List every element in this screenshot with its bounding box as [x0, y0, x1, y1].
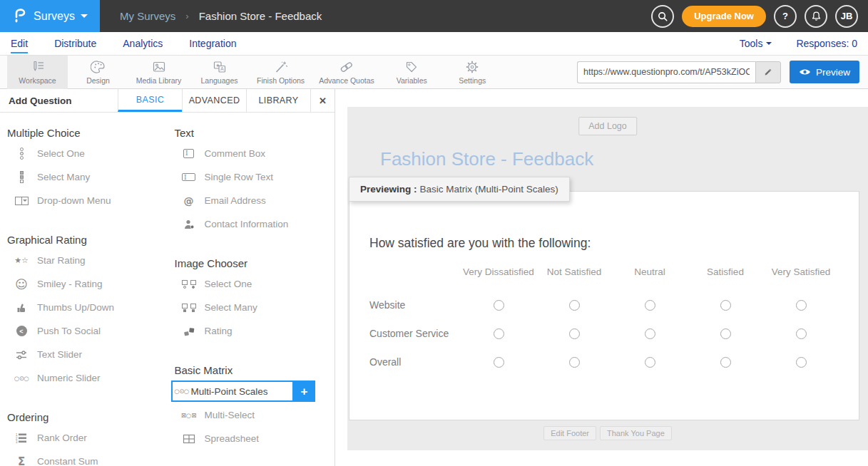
tab-edit[interactable]: Edit [11, 33, 28, 53]
edit-footer-button[interactable]: Edit Footer [543, 426, 596, 440]
tab-integration[interactable]: Integration [189, 33, 236, 53]
at-sign-icon [181, 195, 197, 207]
product-name: Surveys [34, 10, 75, 23]
survey-url-group [577, 61, 781, 83]
matrix-radio[interactable] [569, 357, 580, 368]
translate-icon: ★ A [212, 60, 228, 74]
toolbar-settings[interactable]: Settings [442, 56, 503, 89]
user-avatar[interactable]: JB [835, 5, 858, 28]
languages-label: Languages [201, 76, 238, 85]
qtype-single-row-text[interactable]: Single Row Text [168, 165, 335, 189]
matrix-radio[interactable] [645, 328, 655, 339]
thank-you-page-button[interactable]: Thank You Page [600, 426, 672, 440]
qtype-contact-information[interactable]: Contact Information [168, 212, 335, 236]
add-multi-point-scales-button[interactable]: + [294, 380, 315, 402]
toolbar-finish-options[interactable]: Finish Options [250, 56, 312, 89]
section-basic-matrix: Basic Matrix [175, 364, 335, 376]
qtype-thumbs-up-down[interactable]: Thumbs Up/Down [0, 296, 168, 319]
qtype-dropdown-menu[interactable]: Drop-down Menu [0, 189, 168, 212]
qtype-rank-order[interactable]: 123 Rank Order [0, 426, 168, 450]
toolbar-languages[interactable]: ★ A Languages [189, 56, 250, 89]
qtype-email-address[interactable]: Email Address [168, 189, 335, 212]
topbar-actions: Upgrade Now ? JB [651, 5, 868, 28]
breadcrumb-current-survey: Fashion Store - Feedback [199, 10, 322, 22]
matrix-radio[interactable] [494, 357, 504, 368]
thumbs-up-icon [14, 302, 29, 314]
add-logo-button[interactable]: Add Logo [578, 117, 637, 135]
qtype-multi-point-scales-selected[interactable]: Multi-Point Scales + [168, 379, 335, 403]
qtype-spreadsheet[interactable]: Spreadsheet [168, 427, 335, 450]
matrix-radio[interactable] [720, 357, 731, 368]
toolbar-variables[interactable]: Variables [382, 56, 442, 89]
comment-box-icon [181, 149, 197, 158]
tab-analytics[interactable]: Analytics [123, 33, 163, 53]
matrix-radio[interactable] [645, 300, 655, 311]
preview-button[interactable]: Preview [790, 61, 859, 83]
matrix-radio[interactable] [796, 300, 807, 311]
qtype-star-rating[interactable]: Star Rating [0, 249, 168, 272]
edit-url-button[interactable] [755, 61, 781, 83]
product-menu[interactable]: Surveys [0, 0, 100, 32]
toolbar-advance-quotas[interactable]: Advance Quotas [312, 56, 382, 89]
tab-advanced[interactable]: ADVANCED [182, 89, 246, 112]
qtype-image-select-one[interactable]: Select One [168, 272, 335, 296]
matrix-radio[interactable] [494, 328, 504, 339]
qtype-select-many[interactable]: Select Many [0, 165, 168, 189]
breadcrumb-separator-icon: › [185, 11, 188, 21]
matrix-radio[interactable] [645, 357, 655, 368]
matrix-radio[interactable] [720, 300, 731, 311]
qtype-comment-box[interactable]: Comment Box [168, 142, 335, 165]
notifications-button[interactable] [805, 5, 827, 28]
section-text: Text [175, 127, 335, 139]
tools-dropdown[interactable]: Tools [740, 38, 772, 49]
matrix-radio[interactable] [569, 328, 580, 339]
qtype-multi-select[interactable]: Multi-Select [168, 403, 335, 427]
image-icon [151, 60, 167, 74]
matrix-radio[interactable] [796, 357, 807, 368]
qtype-smiley-rating[interactable]: Smiley - Rating [0, 272, 168, 296]
tab-basic[interactable]: BASIC [118, 89, 182, 112]
questionpro-logo-icon [12, 6, 28, 26]
toolbar-design[interactable]: Design [68, 56, 128, 89]
matrix-radio[interactable] [796, 328, 807, 339]
tab-library[interactable]: LIBRARY [246, 89, 310, 112]
breadcrumb-my-surveys[interactable]: My Surveys [120, 10, 175, 22]
image-select-many-icon [181, 304, 197, 312]
svg-text:A: A [220, 66, 224, 71]
matrix-radio[interactable] [720, 328, 731, 339]
search-button[interactable] [651, 5, 674, 28]
toolbar-media-library[interactable]: Media Library [128, 56, 189, 89]
media-library-label: Media Library [136, 76, 182, 85]
magic-wand-icon [273, 60, 289, 74]
numeric-slider-icon [14, 375, 29, 382]
tools-label: Tools [740, 38, 763, 49]
toolbar-workspace[interactable]: Workspace [7, 56, 68, 89]
responses-count[interactable]: Responses: 0 [796, 38, 857, 49]
qtype-numeric-slider[interactable]: Numeric Slider [0, 366, 168, 390]
matrix-radio[interactable] [569, 300, 580, 311]
pencil-icon [763, 67, 773, 77]
survey-url-input[interactable] [577, 61, 755, 83]
question-preview-card: How satisfied are you with the following… [349, 191, 859, 420]
multi-point-scales-icon [173, 388, 191, 395]
close-panel-button[interactable]: ✕ [310, 89, 335, 112]
design-label: Design [86, 76, 110, 85]
qtype-image-rating[interactable]: Rating [168, 319, 335, 343]
smiley-icon [14, 277, 29, 291]
upgrade-now-button[interactable]: Upgrade Now [682, 6, 766, 27]
help-button[interactable]: ? [774, 5, 797, 28]
finish-options-label: Finish Options [257, 76, 305, 85]
qtype-constant-sum[interactable]: Constant Sum [0, 450, 168, 466]
qtype-select-one[interactable]: Select One [0, 142, 168, 165]
qtype-push-to-social[interactable]: Push To Social [0, 319, 168, 343]
text-slider-icon [14, 349, 29, 361]
chain-link-icon [338, 60, 355, 74]
qtype-image-select-many[interactable]: Select Many [168, 296, 335, 319]
matrix-question-text: How satisfied are you with the following… [369, 236, 839, 251]
multi-select-icon [181, 412, 197, 419]
qtype-text-slider[interactable]: Text Slider [0, 343, 168, 366]
matrix-radio[interactable] [494, 300, 504, 311]
previewing-label: Previewing : [360, 184, 417, 195]
radio-stack-icon [14, 147, 29, 160]
tab-distribute[interactable]: Distribute [54, 33, 96, 53]
